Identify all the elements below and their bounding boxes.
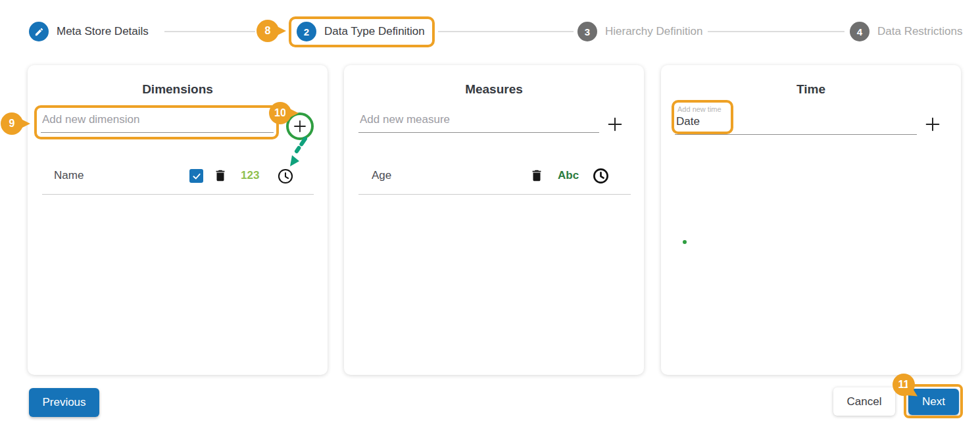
step-number-badge: 4 — [850, 22, 870, 41]
step-label: Data Type Definition — [324, 25, 425, 38]
annotation-badge-11: 11 — [893, 374, 915, 396]
annotation-badge-10: 10 — [269, 102, 291, 124]
pencil-step-icon — [29, 22, 49, 41]
measure-type-toggle[interactable]: Abc — [558, 169, 579, 182]
step-number-badge: 2 — [297, 22, 316, 41]
step-number-badge: 3 — [577, 22, 597, 41]
step-label: Hierarchy Definition — [605, 25, 702, 38]
dimension-type-toggle[interactable]: 123 — [241, 169, 259, 182]
measure-delete-button[interactable] — [529, 168, 544, 183]
dimension-clock-button[interactable] — [277, 168, 294, 185]
stepper-step-hierarchy-definition[interactable]: 3 Hierarchy Definition — [577, 22, 702, 41]
stepper-step-data-type-definition[interactable]: 2 Data Type Definition — [297, 22, 425, 41]
trash-icon — [213, 168, 228, 183]
time-card: Time Add new time — [661, 65, 961, 375]
add-measure-button[interactable] — [606, 115, 624, 134]
annotation-badge-9: 9 — [1, 112, 23, 135]
measure-row-name: Age — [372, 169, 391, 182]
clock-icon — [277, 168, 294, 185]
dimension-row-name: Name — [54, 169, 84, 182]
step-label: Meta Store Details — [57, 25, 149, 38]
stepper-step-data-restrictions[interactable]: 4 Data Restrictions — [850, 22, 962, 41]
previous-button[interactable]: Previous — [29, 388, 99, 417]
add-dimension-input[interactable] — [41, 113, 274, 133]
stepper-connector-2 — [438, 31, 574, 32]
step-number: 4 — [857, 26, 862, 37]
badge-number: 10 — [274, 107, 286, 119]
measures-card-title: Measures — [344, 82, 644, 97]
measure-row-divider — [358, 194, 631, 195]
step-number: 2 — [304, 26, 309, 37]
trash-icon — [529, 168, 544, 183]
add-measure-input[interactable] — [358, 113, 599, 133]
add-time-button[interactable] — [923, 115, 942, 134]
cancel-button[interactable]: Cancel — [833, 387, 895, 416]
dimensions-card-title: Dimensions — [28, 82, 328, 97]
badge-pointer — [285, 107, 299, 120]
add-dimension-button[interactable] — [292, 118, 308, 134]
data-type-definition-screen: Meta Store Details 2 Data Type Definitio… — [0, 0, 980, 440]
dimension-row-checkbox[interactable] — [189, 169, 203, 183]
stepper-connector-1 — [164, 31, 255, 32]
step-number: 3 — [585, 26, 590, 37]
green-dot-mark — [683, 240, 687, 244]
add-time-input[interactable] — [675, 115, 917, 135]
badge-pointer — [273, 24, 286, 37]
dimension-row-divider — [42, 194, 314, 195]
badge-number: 8 — [265, 25, 271, 37]
stepper-connector-3 — [708, 31, 845, 32]
check-icon — [192, 172, 201, 181]
dimension-delete-button[interactable] — [213, 168, 228, 183]
measures-card: Measures Age Abc — [344, 65, 644, 375]
badge-pointer — [17, 117, 30, 130]
step-label: Data Restrictions — [877, 25, 962, 38]
add-time-input-label: Add new time — [677, 105, 722, 113]
badge-number: 9 — [9, 118, 15, 130]
clock-icon — [592, 167, 610, 185]
time-card-title: Time — [661, 82, 961, 97]
stepper-step-meta-store-details[interactable]: Meta Store Details — [29, 22, 149, 41]
annotation-badge-8: 8 — [257, 20, 279, 42]
measure-clock-button[interactable] — [592, 167, 610, 185]
